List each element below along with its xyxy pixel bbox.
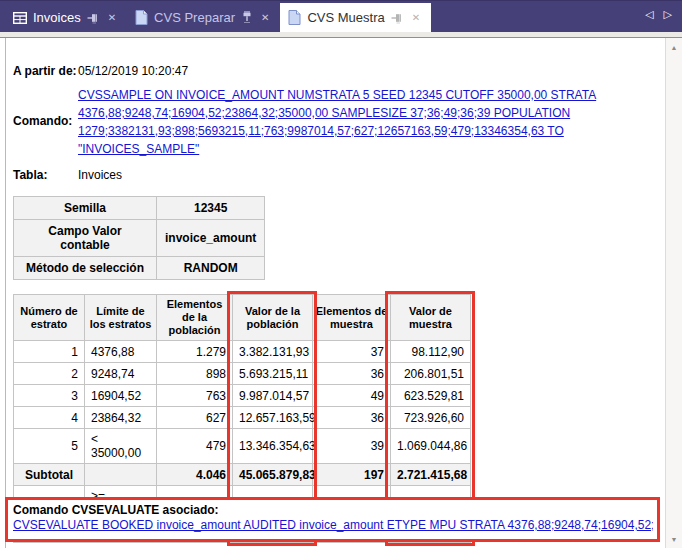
cell: 36 [313,363,391,385]
tab-bar: Invoices ✕ CVS Preparar [0,0,682,32]
setting-label: Semilla [14,197,157,220]
tab-label: CVS Preparar [154,10,235,25]
tab-scroll-controls: ◁ ▷ [645,8,672,21]
table-row: Campo Valor contable invoice_amount [14,220,265,257]
cell: 23864,32 [85,407,157,429]
cell: 627 [157,407,233,429]
cell: 16904,52 [85,385,157,407]
cell: 1.279 [157,341,233,363]
cell: 5 [14,429,85,464]
cell: 1 [14,341,85,363]
cell: 1.069.044,86 [391,429,471,464]
cvsevaluate-title: Comando CVSEVALUATE asociado: [13,503,653,518]
column-header: Elementos de muestra [313,295,391,341]
cell: 4.046 [157,464,233,486]
tab-invoices[interactable]: Invoices ✕ [5,3,127,32]
table-row: 5 < 35000,00 479 13.346.354,63 39 1.069.… [14,429,471,464]
column-header: Límite de los estratos [85,295,157,341]
cell: 3.382.131,93 [233,341,313,363]
sampling-settings-table: Semilla 12345 Campo Valor contable invoi… [13,196,265,280]
cell: 9248,74 [85,363,157,385]
panel-left-border [5,38,6,548]
cvssample-command-link[interactable]: CVSSAMPLE ON INVOICE_AMOUNT NUMSTRATA 5 … [78,88,596,156]
setting-label: Campo Valor contable [14,220,157,257]
close-icon[interactable]: ✕ [259,12,271,23]
tab-scroll-right-icon[interactable]: ▷ [664,8,672,21]
cell: 9.987.014,57 [233,385,313,407]
setting-label: Método de selección [14,257,157,280]
tab-label: Invoices [33,10,81,25]
cell: 49 [313,385,391,407]
subtotal-row: Subtotal 4.046 45.065.879,83 197 2.721.4… [14,464,471,486]
cell: 39 [313,429,391,464]
table-row: Semilla 12345 [14,197,265,220]
close-icon[interactable]: ✕ [410,12,422,23]
tab-label: CVS Muestra [307,10,384,25]
table-icon [13,12,27,24]
cell: 98.112,90 [391,341,471,363]
cell: 898 [157,363,233,385]
cell: 12.657.163,59 [233,407,313,429]
tab-cvs-muestra[interactable]: CVS Muestra ✕ [280,3,431,32]
vertical-scrollbar[interactable]: ▲ ▼ [665,38,682,548]
table-row: Método de selección RANDOM [14,257,265,280]
cell: 4 [14,407,85,429]
a-partir-label: A partir de: [13,64,78,78]
table-row: 1 4376,88 1.279 3.382.131,93 37 98.112,9… [14,341,471,363]
column-header: Número de estrato [14,295,85,341]
table-row: 3 16904,52 763 9.987.014,57 49 623.529,8… [14,385,471,407]
tabla-label: Tabla: [13,168,78,182]
tab-scroll-left-icon[interactable]: ◁ [645,8,653,21]
table-row: 2 9248,74 898 5.693.215,11 36 206.801,51 [14,363,471,385]
cell: 4376,88 [85,341,157,363]
cell: 2 [14,363,85,385]
cvsevaluate-command-link[interactable]: CVSEVALUATE BOOKED invoice_amount AUDITE… [13,518,653,532]
close-icon[interactable]: ✕ [106,12,118,23]
cell: 36 [313,407,391,429]
cell: 479 [157,429,233,464]
scroll-down-icon[interactable]: ▼ [666,536,682,543]
cell: 37 [313,341,391,363]
a-partir-value: 05/12/2019 10:20:47 [78,64,188,78]
setting-value: 12345 [157,197,265,220]
table-header-row: Número de estrato Límite de los estratos… [14,295,471,341]
scroll-up-icon[interactable]: ▲ [666,44,682,51]
document-icon [288,10,301,25]
cell: 206.801,51 [391,363,471,385]
cell: 197 [313,464,391,486]
cell: 45.065.879,83 [233,464,313,486]
pin-icon[interactable] [241,11,253,24]
report-panel: A partir de: 05/12/2019 10:20:47 Comando… [0,38,682,548]
cvsevaluate-box: Comando CVSEVALUATE asociado: CVSEVALUAT… [5,497,660,542]
cell: 763 [157,385,233,407]
pin-icon[interactable] [391,12,404,24]
column-header: Valor de la población [233,295,313,341]
column-header: Valor de muestra [391,295,471,341]
tabla-value: Invoices [78,168,122,182]
cell: 2.721.415,68 [391,464,471,486]
setting-value: RANDOM [157,257,265,280]
cell: 13.346.354,63 [233,429,313,464]
cell: 723.926,60 [391,407,471,429]
cell: 3 [14,385,85,407]
table-row: 4 23864,32 627 12.657.163,59 36 723.926,… [14,407,471,429]
cell: 623.529,81 [391,385,471,407]
cell [85,464,157,486]
tab-cvs-preparar[interactable]: CVS Preparar ✕ [127,3,280,32]
column-header: Elementos de la población [157,295,233,341]
pin-icon[interactable] [87,12,100,24]
cell: Subtotal [14,464,85,486]
comando-label: Comando: [13,114,78,128]
document-icon [135,10,148,25]
cell: 5.693.215,11 [233,363,313,385]
cell: < 35000,00 [85,429,157,464]
setting-value: invoice_amount [157,220,265,257]
